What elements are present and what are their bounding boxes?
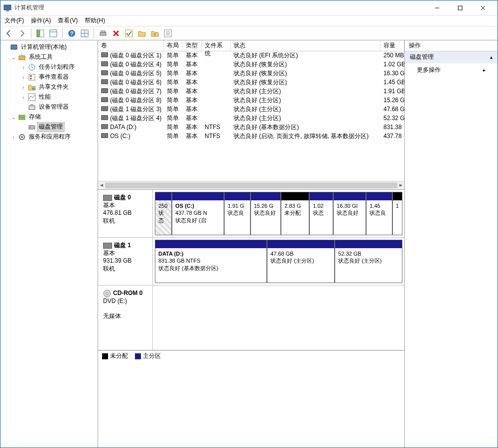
disk-icon (103, 195, 112, 201)
volume-row[interactable]: (磁盘 0 磁盘分区 4)简单基本状态良好 (恢复分区)1.02 GB (98, 60, 404, 69)
disk-row[interactable]: 磁盘 1基本931.39 GB联机DATA (D:)831.38 GB NTFS… (98, 238, 404, 286)
volume-icon (101, 106, 108, 111)
svg-rect-22 (11, 45, 17, 49)
tree-storage[interactable]: ⌄存储 (0, 112, 98, 122)
svg-rect-32 (19, 115, 25, 117)
svg-rect-7 (40, 30, 44, 37)
volume-icon (101, 70, 108, 75)
disk-label: 磁盘 1基本931.39 GB联机 (98, 238, 153, 285)
tree-event-viewer[interactable]: ›事件查看器 (0, 72, 98, 82)
tree-services-apps[interactable]: ›服务和应用程序 (0, 132, 98, 142)
tree-task-scheduler[interactable]: ›任务计划程序 (0, 62, 98, 72)
svg-rect-3 (458, 6, 462, 10)
back-button[interactable] (3, 28, 14, 39)
partition[interactable]: 1.02状态 (309, 192, 333, 235)
show-hide-tree-button[interactable] (35, 28, 46, 39)
forward-button[interactable] (16, 28, 27, 39)
menu-view[interactable]: 查看(V) (58, 17, 78, 25)
chevron-right-icon: ▸ (483, 67, 486, 73)
volume-icon (101, 88, 108, 93)
volume-row[interactable]: (磁盘 1 磁盘分区 4)简单基本状态良好 (主分区)52.32 G (98, 114, 404, 123)
partition[interactable]: 2.83 G未分配 (281, 192, 309, 235)
show-hide-action-button[interactable] (48, 28, 59, 39)
tree-shared-folders[interactable]: ›共享文件夹 (0, 82, 98, 92)
partition[interactable]: 15.26 G状态良好 (250, 192, 281, 235)
refresh-button[interactable] (98, 28, 109, 39)
tree-device-manager[interactable]: 设备管理器 (0, 102, 98, 112)
legend: 未分配 主分区 (98, 350, 404, 361)
scroll-thumb[interactable] (105, 182, 397, 188)
minimize-button[interactable] (426, 0, 449, 15)
volume-icon (101, 79, 108, 84)
svg-rect-16 (101, 31, 105, 32)
app-window: 计算机管理 文件(F) 操作(A) 查看(V) 帮助(H) ? 计算机管理(本地 (0, 0, 498, 448)
svg-rect-25 (29, 74, 35, 80)
partition[interactable]: 16.30 GI状态良好 (333, 192, 366, 235)
nav-tree[interactable]: 计算机管理(本地) ⌄系统工具 ›任务计划程序 ›事件查看器 ›共享文件夹 ›性… (0, 40, 98, 448)
col-type[interactable]: 类型 (183, 40, 202, 51)
tree-disk-management[interactable]: 磁盘管理 (0, 122, 98, 132)
actions-more[interactable]: 更多操作▸ (405, 63, 498, 77)
volume-row[interactable]: (磁盘 0 磁盘分区 6)简单基本状态良好 (恢复分区)1.45 GB (98, 78, 404, 87)
col-layout[interactable]: 布局 (164, 40, 183, 51)
volume-icon (101, 133, 108, 138)
maximize-button[interactable] (449, 0, 472, 15)
volume-row[interactable]: (磁盘 0 磁盘分区 5)简单基本状态良好 (恢复分区)16.30 GB (98, 69, 404, 78)
volume-hscrollbar[interactable]: ◂ ▸ (98, 181, 404, 189)
volume-icon (101, 61, 108, 66)
toolbar: ? (0, 26, 498, 40)
cdrom-row[interactable]: CD-ROM 0 DVD (E:) 无媒体 (98, 286, 404, 350)
folder-button[interactable] (136, 28, 147, 39)
menu-file[interactable]: 文件(F) (4, 17, 24, 25)
col-capacity[interactable]: 容量 (380, 40, 404, 51)
partition[interactable]: 1 (392, 192, 402, 235)
view-list-button[interactable] (79, 28, 90, 39)
partition[interactable]: 52.32 GB状态良好 (主分区) (335, 240, 402, 283)
partition[interactable]: 1.45状态良 (366, 192, 392, 235)
partition[interactable]: 47.68 GB状态良好 (主分区) (267, 240, 335, 283)
col-status[interactable]: 状态 (231, 40, 380, 51)
check-button[interactable] (124, 28, 134, 39)
scroll-left-icon[interactable]: ◂ (98, 181, 105, 189)
volume-list[interactable]: 卷 布局 类型 文件系统 状态 容量 (磁盘 0 磁盘分区 1)简单基本状态良好… (98, 40, 404, 190)
tree-performance[interactable]: ›性能 (0, 92, 98, 102)
help-button[interactable]: ? (66, 28, 77, 39)
disk-row[interactable]: 磁盘 0基本476.81 GB联机250状态OS (C:)437.78 GB N… (98, 190, 404, 238)
tree-system-tools[interactable]: ⌄系统工具 (0, 52, 98, 62)
volume-icon (101, 97, 108, 102)
svg-rect-23 (19, 56, 25, 60)
menu-help[interactable]: 帮助(H) (85, 17, 105, 25)
tree-root[interactable]: 计算机管理(本地) (0, 42, 98, 52)
actions-section[interactable]: 磁盘管理▴ (405, 51, 498, 63)
volume-row[interactable]: (磁盘 0 磁盘分区 8)简单基本状态良好 (主分区)15.26 G (98, 96, 404, 105)
partition[interactable]: DATA (D:)831.38 GB NTFS状态良好 (基本数据分区) (155, 240, 267, 283)
close-button[interactable] (472, 0, 495, 15)
menu-action[interactable]: 操作(A) (31, 17, 51, 25)
svg-rect-31 (30, 104, 33, 106)
actions-pane: 操作 磁盘管理▴ 更多操作▸ (405, 40, 498, 448)
svg-rect-26 (30, 75, 32, 77)
col-volume[interactable]: 卷 (98, 40, 164, 51)
volume-row[interactable]: (磁盘 0 磁盘分区 7)简单基本状态良好 (主分区)1.91 GB (98, 87, 404, 96)
cdrom-status: 无媒体 (103, 312, 147, 320)
volume-row[interactable]: DATA (D:)简单基本NTFS状态良好 (基本数据分区)831.38 (98, 123, 404, 132)
legend-primary: 主分区 (135, 352, 161, 360)
partition[interactable]: OS (C:)437.78 GB N状态良好 (启 (172, 192, 224, 235)
scroll-right-icon[interactable]: ▸ (397, 181, 404, 189)
svg-rect-1 (6, 10, 9, 11)
volume-row[interactable]: (磁盘 0 磁盘分区 1)简单基本状态良好 (EFI 系统分区)250 MB (98, 51, 404, 60)
disk-map-pane: 磁盘 0基本476.81 GB联机250状态OS (C:)437.78 GB N… (98, 190, 404, 448)
app-icon (3, 4, 11, 12)
volume-row[interactable]: (磁盘 1 磁盘分区 3)简单基本状态良好 (主分区)47.68 G (98, 105, 404, 114)
volume-icon (101, 124, 108, 129)
partition[interactable]: 1.91 G状态良 (224, 192, 250, 235)
delete-button[interactable] (111, 28, 122, 39)
settings-view-button[interactable] (162, 28, 173, 39)
partition[interactable]: 250状态 (155, 192, 172, 235)
collapse-icon: ▴ (490, 54, 493, 60)
svg-rect-0 (4, 5, 11, 10)
svg-rect-8 (50, 30, 57, 37)
col-filesystem[interactable]: 文件系统 (202, 40, 231, 51)
volume-row[interactable]: OS (C:)简单基本NTFS状态良好 (启动, 页面文件, 故障转储, 基本数… (98, 132, 404, 141)
folder-up-button[interactable] (149, 28, 160, 39)
